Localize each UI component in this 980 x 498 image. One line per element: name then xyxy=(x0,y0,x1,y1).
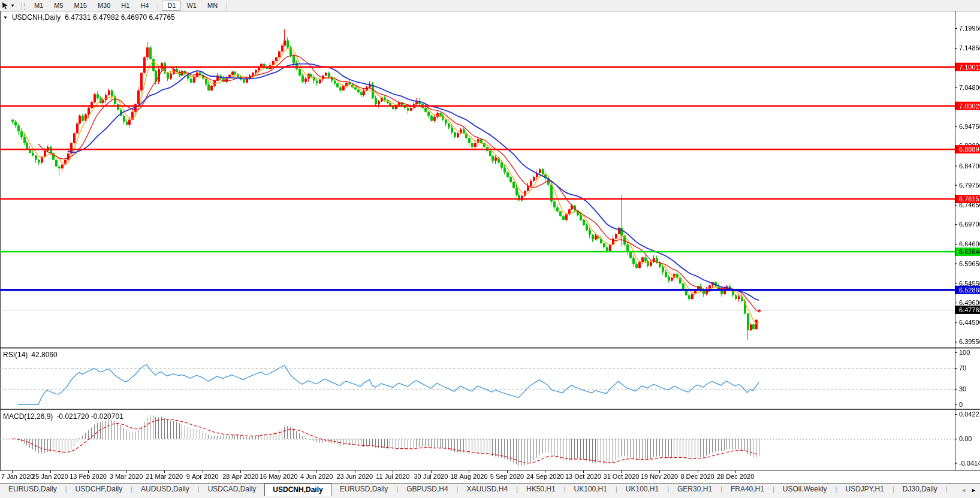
tab-scroll-left-icon[interactable]: ◄ xyxy=(961,487,966,493)
chart-canvas[interactable] xyxy=(0,11,980,483)
tab-USOil-Weekly[interactable]: USOil,Weekly xyxy=(774,484,836,495)
tab-USDCHF-Daily[interactable]: USDCHF,Daily xyxy=(67,484,131,495)
timeframe-toolbar: ▼ M1M5M15M30H1H4D1W1MN xyxy=(0,0,980,11)
macd-values: -0.021720 -0.020701 xyxy=(56,412,123,421)
timeframe-buttons: M1M5M15M30H1H4D1W1MN xyxy=(29,1,231,11)
tab-UK100-H1[interactable]: UK100,H1 xyxy=(566,484,616,495)
toolbar-separator xyxy=(227,2,227,10)
timeframe-button-D1[interactable]: D1 xyxy=(162,1,181,11)
toolbar-separator xyxy=(158,2,158,10)
symbol-tabs: EURUSD,Daily|USDCHF,Daily|AUDUSD,Daily|U… xyxy=(0,484,980,496)
chart-title-bar: ▼ USDCNH,Daily 6.47331 6.47982 6.46970 6… xyxy=(3,13,175,22)
timeframe-button-W1[interactable]: W1 xyxy=(181,1,202,11)
tab-UK100-H1[interactable]: UK100,H1 xyxy=(617,484,667,495)
tab-XAUUSD-H4[interactable]: XAUUSD,H4 xyxy=(458,484,516,495)
timeframe-button-MN[interactable]: MN xyxy=(202,1,223,11)
cursor-tool-icon[interactable] xyxy=(1,2,9,10)
rsi-value: 42.8060 xyxy=(31,351,57,359)
tool-dropdown-arrow[interactable]: ▼ xyxy=(10,3,15,8)
macd-indicator-label: MACD(12,26,9)-0.021720 -0.020701 xyxy=(3,412,127,421)
timeframe-button-H4[interactable]: H4 xyxy=(135,1,154,11)
tab-FRA40-H1[interactable]: FRA40,H1 xyxy=(722,484,773,495)
tab-USDCNH-Daily[interactable]: USDCNH,Daily xyxy=(264,484,331,496)
timeframe-button-M1[interactable]: M1 xyxy=(29,1,49,11)
tab-USDCAD-Daily[interactable]: USDCAD,Daily xyxy=(200,484,265,495)
timeframe-button-M5[interactable]: M5 xyxy=(49,1,68,11)
tab-USDJPY-H1[interactable]: USDJPY,H1 xyxy=(837,484,892,495)
toolbar-grip xyxy=(22,2,25,10)
rsi-indicator-label: RSI(14)42.8060 xyxy=(3,351,61,359)
tab-scroll-controls: ◄ ► xyxy=(951,484,980,496)
collapse-triangle-icon[interactable]: ▼ xyxy=(3,15,8,20)
timeframe-button-M15[interactable]: M15 xyxy=(68,1,92,11)
timeframe-button-M30[interactable]: M30 xyxy=(92,1,116,11)
chart-symbol-period: USDCNH,Daily xyxy=(12,13,61,22)
tab-HK50-H1[interactable]: HK50,H1 xyxy=(518,484,564,495)
rsi-name: RSI(14) xyxy=(3,351,28,359)
macd-name: MACD(12,26,9) xyxy=(3,412,53,421)
tab-DJ30-Daily[interactable]: DJ30,Daily xyxy=(894,484,946,495)
tab-GER30-H1[interactable]: GER30,H1 xyxy=(669,484,720,495)
tab-EURUSD-Daily[interactable]: EURUSD,Daily xyxy=(331,484,397,495)
tab-scroll-right-icon[interactable]: ► xyxy=(971,487,976,493)
timeframe-button-H1[interactable]: H1 xyxy=(116,1,135,11)
chart-ohlc-values: 6.47331 6.47982 6.46970 6.47765 xyxy=(65,13,175,22)
symbol-tabbar: EURUSD,Daily|USDCHF,Daily|AUDUSD,Daily|U… xyxy=(0,483,980,498)
tab-EURUSD-Daily[interactable]: EURUSD,Daily xyxy=(0,484,65,495)
tab-AUDUSD-Daily[interactable]: AUDUSD,Daily xyxy=(132,484,198,495)
tab-GBPUSD-H4[interactable]: GBPUSD,H4 xyxy=(398,484,456,495)
